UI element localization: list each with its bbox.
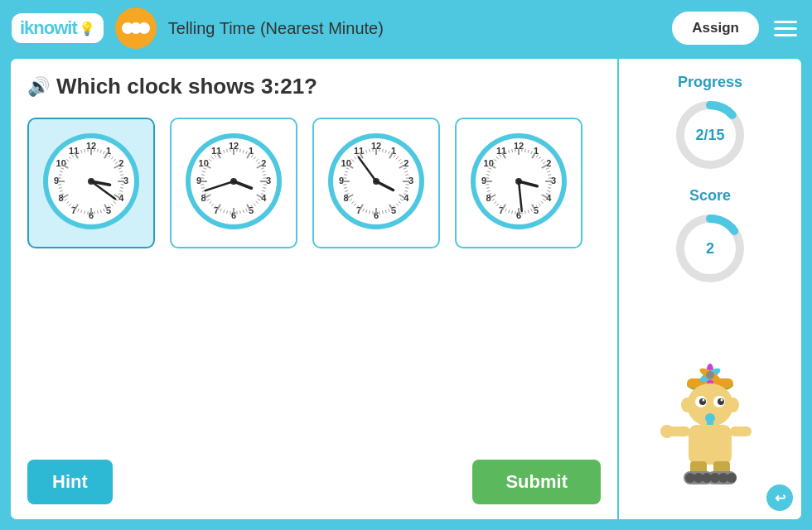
robot-area <box>652 301 768 511</box>
back-icon: ↩ <box>775 490 785 506</box>
svg-point-23 <box>727 398 739 412</box>
question-area: 🔊 Which clock shows 3:21? <box>27 74 601 99</box>
svg-rect-24 <box>689 425 732 465</box>
score-section: Score 2 <box>673 187 747 286</box>
header: iknowit 💡 Telling Time (Nearest Minute) … <box>0 0 812 56</box>
svg-point-22 <box>681 398 693 412</box>
score-value: 2 <box>706 240 714 258</box>
clock-canvas-4 <box>465 128 573 235</box>
progress-circle: 2/15 <box>673 98 747 172</box>
right-panel: Progress 2/15 Score 2 <box>619 59 801 519</box>
main-content: 🔊 Which clock shows 3:21? Hint Submit <box>8 56 804 522</box>
back-button[interactable]: ↩ <box>766 484 793 511</box>
logo-text: iknowit <box>20 17 77 39</box>
svg-point-2 <box>138 22 150 34</box>
clock-option-1[interactable] <box>27 118 155 248</box>
sound-icon[interactable]: 🔊 <box>27 76 50 98</box>
submit-button[interactable]: Submit <box>472 460 601 504</box>
svg-point-20 <box>703 399 705 402</box>
logo-bulb-icon: 💡 <box>79 21 95 36</box>
progress-label: Progress <box>678 74 742 91</box>
robot-character <box>652 362 768 503</box>
left-panel: 🔊 Which clock shows 3:21? Hint Submit <box>11 59 619 519</box>
clock-option-4[interactable] <box>455 118 582 248</box>
svg-point-26 <box>660 425 674 438</box>
svg-point-21 <box>721 399 723 402</box>
svg-point-1 <box>122 22 133 34</box>
menu-button[interactable] <box>771 17 800 40</box>
lesson-icon <box>115 7 157 49</box>
svg-rect-27 <box>730 426 752 436</box>
menu-line-1 <box>774 21 797 23</box>
assign-button[interactable]: Assign <box>672 12 759 45</box>
svg-point-37 <box>727 473 737 483</box>
progress-section: Progress 2/15 <box>673 74 747 172</box>
bottom-buttons: Hint Submit <box>27 460 601 504</box>
clock-canvas-3 <box>322 128 430 235</box>
logo: iknowit 💡 <box>12 13 104 43</box>
menu-line-2 <box>774 27 797 30</box>
clock-canvas-1 <box>37 128 145 235</box>
question-text: Which clock shows 3:21? <box>56 74 317 99</box>
lesson-title: Telling Time (Nearest Minute) <box>168 19 661 38</box>
svg-point-12 <box>706 371 714 379</box>
clock-option-3[interactable] <box>312 118 440 248</box>
menu-line-3 <box>774 34 797 36</box>
clock-canvas-2 <box>180 128 288 235</box>
clocks-row <box>27 118 601 248</box>
score-circle: 2 <box>673 211 747 286</box>
hint-button[interactable]: Hint <box>27 460 113 504</box>
progress-value: 2/15 <box>695 127 724 144</box>
score-label: Score <box>689 187 731 205</box>
clock-option-2[interactable] <box>170 118 297 248</box>
